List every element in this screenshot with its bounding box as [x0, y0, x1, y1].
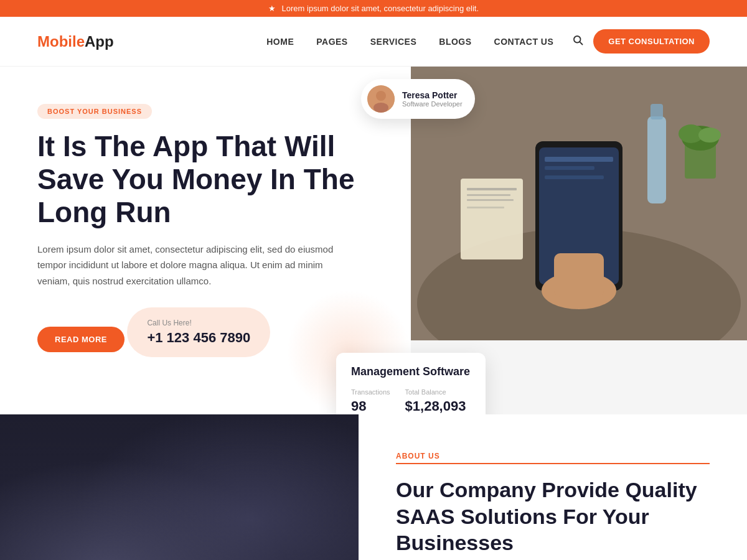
svg-rect-11 — [545, 175, 604, 179]
svg-point-47 — [45, 489, 80, 524]
svg-point-60 — [194, 469, 229, 504]
svg-rect-27 — [12, 433, 87, 545]
svg-point-62 — [199, 488, 224, 503]
svg-point-53 — [113, 492, 161, 548]
svg-rect-24 — [467, 207, 504, 208]
svg-rect-9 — [545, 157, 613, 162]
nav-home[interactable]: HOME — [266, 37, 294, 47]
svg-line-1 — [580, 42, 583, 44]
stat-transactions-label: Transactions — [351, 388, 390, 396]
star-icon: ★ — [268, 4, 276, 13]
svg-point-4 — [374, 103, 388, 113]
svg-point-51 — [40, 523, 84, 560]
svg-point-68 — [260, 467, 273, 479]
svg-point-67 — [263, 455, 298, 480]
management-card-stats: Transactions 98 Total Balance $1,28,093 — [351, 388, 471, 414]
svg-point-66 — [263, 465, 297, 498]
management-card: Management Software Transactions 98 Tota… — [336, 353, 486, 414]
svg-rect-21 — [467, 188, 517, 190]
logo[interactable]: MobileApp — [37, 33, 114, 50]
hero-right: Teresa Potter Software Developer — [411, 67, 747, 414]
team-image — [0, 414, 359, 560]
svg-point-72 — [173, 554, 213, 560]
management-card-title: Management Software — [351, 365, 471, 378]
svg-rect-13 — [554, 253, 604, 297]
call-label: Call Us Here! — [147, 319, 250, 327]
svg-rect-22 — [467, 194, 510, 196]
svg-rect-56 — [117, 480, 126, 518]
svg-point-63 — [189, 505, 234, 560]
read-more-button[interactable]: READ MORE — [37, 327, 125, 352]
hero-section: BOOST YOUR BUSINESS It Is The App That W… — [0, 67, 747, 414]
stat-balance: Total Balance $1,28,093 — [405, 388, 466, 414]
profile-name: Teresa Potter — [402, 90, 463, 100]
svg-point-52 — [40, 523, 84, 560]
top-banner: ★ Lorem ipsum dolor sit amet, consectetu… — [0, 0, 747, 17]
svg-rect-10 — [545, 166, 594, 170]
svg-rect-26 — [0, 414, 359, 560]
svg-point-46 — [40, 505, 84, 554]
about-right: ABOUT US Our Company Provide Quality SAA… — [359, 414, 747, 560]
svg-point-59 — [189, 485, 234, 537]
nav-contact[interactable]: CONTACT US — [494, 37, 554, 47]
svg-point-54 — [118, 477, 156, 514]
svg-rect-30 — [14, 434, 49, 488]
svg-rect-32 — [125, 427, 174, 464]
about-section: ABOUT US Our Company Provide Quality SAA… — [0, 414, 747, 560]
svg-point-55 — [117, 465, 157, 495]
svg-rect-14 — [647, 116, 666, 203]
stat-transactions-value: 98 — [351, 398, 390, 414]
banner-text: Lorem ipsum dolor sit amet, consectetur … — [282, 4, 479, 13]
svg-point-58 — [113, 514, 161, 560]
stat-transactions: Transactions 98 — [351, 388, 390, 414]
about-section-label: ABOUT US — [396, 452, 710, 464]
svg-point-50 — [71, 490, 83, 503]
search-icon[interactable] — [572, 34, 583, 49]
logo-app: App — [85, 33, 114, 50]
svg-rect-57 — [136, 474, 151, 518]
svg-rect-15 — [651, 104, 663, 119]
nav-blogs[interactable]: BLOGS — [439, 37, 471, 47]
get-consultation-button[interactable]: GET CONSULTATION — [593, 29, 710, 54]
call-box: Call Us Here! +1 123 456 7890 — [127, 307, 270, 357]
about-title: Our Company Provide Quality SAAS Solutio… — [396, 477, 710, 556]
stat-balance-label: Total Balance — [405, 388, 466, 396]
svg-rect-64 — [209, 506, 214, 541]
svg-point-70 — [259, 503, 301, 560]
svg-point-69 — [288, 467, 300, 479]
nav-services[interactable]: SERVICES — [370, 37, 417, 47]
call-number: +1 123 456 7890 — [147, 330, 250, 346]
hero-title: It Is The App That Will Save You Money I… — [37, 130, 374, 229]
navbar: MobileApp HOME PAGES SERVICES BLOGS CONT… — [0, 17, 747, 67]
svg-rect-31 — [51, 434, 86, 488]
nav-links: HOME PAGES SERVICES BLOGS CONTACT US — [266, 36, 553, 47]
hero-badge: BOOST YOUR BUSINESS — [37, 104, 152, 119]
svg-point-65 — [259, 480, 301, 530]
hero-description: Lorem ipsum dolor sit amet, consectetur … — [37, 241, 336, 289]
svg-point-3 — [376, 91, 386, 101]
svg-rect-20 — [461, 179, 523, 259]
avatar — [367, 85, 395, 113]
svg-point-19 — [698, 128, 721, 142]
profile-role: Software Developer — [402, 100, 463, 108]
profile-card: Teresa Potter Software Developer — [361, 79, 475, 119]
svg-point-61 — [193, 461, 230, 483]
svg-rect-25 — [0, 414, 359, 560]
logo-mobile: Mobile — [37, 33, 85, 50]
svg-point-49 — [41, 490, 54, 503]
svg-rect-23 — [467, 199, 514, 201]
stat-balance-value: $1,28,093 — [405, 398, 466, 414]
svg-point-48 — [44, 478, 81, 506]
nav-pages[interactable]: PAGES — [316, 37, 347, 47]
